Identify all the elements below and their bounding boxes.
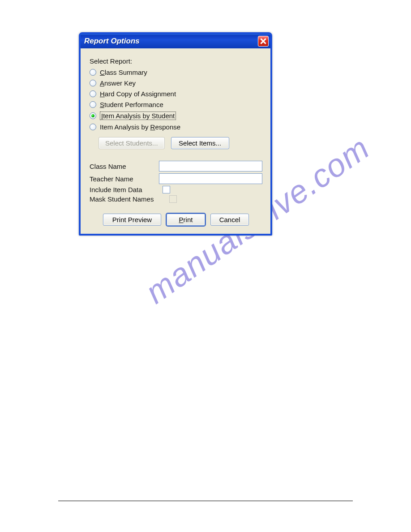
print-preview-button[interactable]: Print Preview [103,214,161,226]
class-name-row: Class Name [90,161,262,172]
class-name-label: Class Name [90,163,159,170]
radio-answer-key[interactable]: Answer Key [90,79,262,87]
class-name-input[interactable] [159,161,262,172]
mask-student-names-row: Mask Student Names [90,195,262,203]
mid-button-row: Select Students... Select Items... [98,137,262,149]
include-item-data-row: Include Item Data [90,186,262,193]
radio-student-performance[interactable]: Student Performance [90,101,262,108]
print-button[interactable]: Print [167,214,205,226]
radio-label: Class Summary [100,69,147,76]
radio-label: Answer Key [100,79,136,87]
cancel-button[interactable]: Cancel [210,214,249,226]
select-students-button: Select Students... [98,137,165,149]
action-button-row: Print Preview Print Cancel [90,214,262,226]
include-item-data-checkbox[interactable] [163,186,170,193]
radio-icon [90,90,96,97]
page-footer-rule [58,501,353,501]
titlebar: Report Options [81,34,270,48]
radio-label: Item Analysis by Response [100,123,180,131]
radio-item-analysis-student[interactable]: Item Analysis by Student [90,112,262,120]
select-report-label: Select Report: [90,57,262,65]
radio-label: Hard Copy of Assignment [100,90,176,98]
form-fields: Class Name Teacher Name Include Item Dat… [90,161,262,203]
radio-icon [90,80,96,86]
teacher-name-row: Teacher Name [90,173,262,184]
radio-icon [90,124,96,130]
radio-class-summary[interactable]: Class Summary [90,69,262,76]
teacher-name-label: Teacher Name [90,175,159,183]
radio-hard-copy[interactable]: Hard Copy of Assignment [90,90,262,98]
close-icon [260,38,266,44]
radio-label: Item Analysis by Student [100,112,176,120]
mask-student-names-label: Mask Student Names [90,195,166,203]
mask-student-names-checkbox [169,195,177,203]
radio-icon [90,112,96,119]
dialog-content: Select Report: Class Summary Answer Key … [81,48,270,234]
radio-label: Student Performance [100,101,163,108]
radio-icon [90,69,96,76]
radio-icon [90,101,96,108]
close-button[interactable] [258,36,269,47]
include-item-data-label: Include Item Data [90,186,159,193]
radio-item-analysis-response[interactable]: Item Analysis by Response [90,123,262,131]
teacher-name-input[interactable] [159,173,262,184]
report-radio-group: Class Summary Answer Key Hard Copy of As… [90,69,262,131]
select-items-button[interactable]: Select Items... [171,137,229,149]
report-options-dialog: Report Options Select Report: Class Summ… [79,32,272,236]
dialog-title: Report Options [84,37,140,46]
